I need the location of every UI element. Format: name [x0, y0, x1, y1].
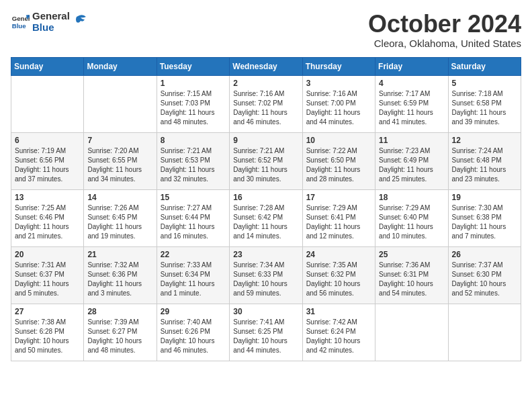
calendar-cell: 12Sunrise: 7:24 AM Sunset: 6:48 PM Dayli…	[448, 132, 521, 189]
calendar-cell: 9Sunrise: 7:21 AM Sunset: 6:52 PM Daylig…	[230, 132, 302, 189]
calendar-cell: 18Sunrise: 7:29 AM Sunset: 6:40 PM Dayli…	[375, 189, 448, 246]
day-number: 22	[161, 250, 226, 259]
day-content: Sunrise: 7:32 AM Sunset: 6:36 PM Dayligh…	[87, 261, 152, 298]
day-number: 13	[15, 193, 80, 202]
day-content: Sunrise: 7:34 AM Sunset: 6:33 PM Dayligh…	[233, 261, 298, 298]
calendar-cell: 17Sunrise: 7:29 AM Sunset: 6:41 PM Dayli…	[302, 189, 375, 246]
logo-icon: General Blue	[11, 13, 30, 32]
day-content: Sunrise: 7:21 AM Sunset: 6:53 PM Dayligh…	[161, 146, 226, 184]
day-number: 2	[233, 79, 298, 88]
day-number: 25	[379, 250, 444, 259]
day-number: 12	[452, 136, 517, 145]
logo-general-text: General	[32, 11, 70, 22]
calendar-week-row: 1Sunrise: 7:15 AM Sunset: 7:03 PM Daylig…	[11, 75, 521, 132]
day-content: Sunrise: 7:39 AM Sunset: 6:27 PM Dayligh…	[87, 318, 152, 355]
day-number: 21	[87, 250, 152, 259]
calendar-cell: 29Sunrise: 7:40 AM Sunset: 6:26 PM Dayli…	[157, 304, 229, 361]
day-content: Sunrise: 7:28 AM Sunset: 6:42 PM Dayligh…	[233, 203, 298, 241]
calendar-cell: 25Sunrise: 7:36 AM Sunset: 6:31 PM Dayli…	[375, 246, 448, 304]
day-number: 4	[379, 79, 444, 88]
day-number: 14	[87, 193, 152, 202]
day-content: Sunrise: 7:23 AM Sunset: 6:49 PM Dayligh…	[379, 146, 444, 184]
day-number: 28	[87, 307, 152, 316]
header-monday: Monday	[84, 57, 157, 75]
day-number: 30	[233, 307, 298, 316]
day-number: 23	[233, 250, 298, 259]
header-thursday: Thursday	[302, 57, 375, 75]
calendar-cell	[448, 304, 521, 361]
day-number: 6	[15, 136, 80, 145]
day-number: 27	[15, 307, 80, 316]
day-number: 11	[379, 136, 444, 145]
calendar-cell: 16Sunrise: 7:28 AM Sunset: 6:42 PM Dayli…	[230, 189, 302, 246]
calendar-cell: 24Sunrise: 7:35 AM Sunset: 6:32 PM Dayli…	[302, 246, 375, 304]
day-number: 29	[161, 307, 226, 316]
day-number: 26	[452, 250, 517, 259]
day-content: Sunrise: 7:19 AM Sunset: 6:56 PM Dayligh…	[15, 146, 80, 184]
header-saturday: Saturday	[448, 57, 521, 75]
calendar-cell: 30Sunrise: 7:41 AM Sunset: 6:25 PM Dayli…	[230, 304, 302, 361]
day-number: 7	[87, 136, 152, 145]
logo-bird-icon	[74, 14, 86, 28]
day-content: Sunrise: 7:35 AM Sunset: 6:32 PM Dayligh…	[306, 261, 371, 298]
day-number: 10	[306, 136, 371, 145]
header-wednesday: Wednesday	[230, 57, 302, 75]
calendar-cell: 22Sunrise: 7:33 AM Sunset: 6:34 PM Dayli…	[157, 246, 229, 304]
calendar-cell: 28Sunrise: 7:39 AM Sunset: 6:27 PM Dayli…	[84, 304, 157, 361]
day-content: Sunrise: 7:41 AM Sunset: 6:25 PM Dayligh…	[233, 318, 298, 355]
calendar-week-row: 6Sunrise: 7:19 AM Sunset: 6:56 PM Daylig…	[11, 132, 521, 189]
calendar-cell: 26Sunrise: 7:37 AM Sunset: 6:30 PM Dayli…	[448, 246, 521, 304]
day-content: Sunrise: 7:38 AM Sunset: 6:28 PM Dayligh…	[15, 318, 80, 355]
calendar-cell: 10Sunrise: 7:22 AM Sunset: 6:50 PM Dayli…	[302, 132, 375, 189]
day-number: 15	[161, 193, 226, 202]
day-content: Sunrise: 7:15 AM Sunset: 7:03 PM Dayligh…	[161, 89, 226, 127]
day-number: 17	[306, 193, 371, 202]
day-number: 19	[452, 193, 517, 202]
calendar-cell: 14Sunrise: 7:26 AM Sunset: 6:45 PM Dayli…	[84, 189, 157, 246]
day-number: 31	[306, 307, 371, 316]
day-content: Sunrise: 7:25 AM Sunset: 6:46 PM Dayligh…	[15, 203, 80, 241]
day-number: 3	[306, 79, 371, 88]
day-content: Sunrise: 7:29 AM Sunset: 6:41 PM Dayligh…	[306, 203, 371, 241]
header-tuesday: Tuesday	[157, 57, 229, 75]
day-content: Sunrise: 7:37 AM Sunset: 6:30 PM Dayligh…	[452, 261, 517, 298]
day-content: Sunrise: 7:16 AM Sunset: 7:02 PM Dayligh…	[233, 89, 298, 127]
calendar-cell: 20Sunrise: 7:31 AM Sunset: 6:37 PM Dayli…	[11, 246, 84, 304]
calendar-cell: 27Sunrise: 7:38 AM Sunset: 6:28 PM Dayli…	[11, 304, 84, 361]
calendar-cell: 8Sunrise: 7:21 AM Sunset: 6:53 PM Daylig…	[157, 132, 229, 189]
day-content: Sunrise: 7:18 AM Sunset: 6:58 PM Dayligh…	[452, 89, 517, 127]
svg-text:Blue: Blue	[12, 21, 26, 29]
calendar-header-row: SundayMondayTuesdayWednesdayThursdayFrid…	[11, 57, 521, 75]
day-content: Sunrise: 7:42 AM Sunset: 6:24 PM Dayligh…	[306, 318, 371, 355]
calendar-week-row: 20Sunrise: 7:31 AM Sunset: 6:37 PM Dayli…	[11, 246, 521, 304]
calendar-week-row: 13Sunrise: 7:25 AM Sunset: 6:46 PM Dayli…	[11, 189, 521, 246]
logo: General Blue General Blue	[11, 11, 86, 33]
day-content: Sunrise: 7:40 AM Sunset: 6:26 PM Dayligh…	[161, 318, 226, 355]
day-number: 9	[233, 136, 298, 145]
day-number: 18	[379, 193, 444, 202]
day-content: Sunrise: 7:27 AM Sunset: 6:44 PM Dayligh…	[161, 203, 226, 241]
calendar-cell: 2Sunrise: 7:16 AM Sunset: 7:02 PM Daylig…	[230, 75, 302, 132]
logo-blue-text: Blue	[32, 22, 70, 34]
day-content: Sunrise: 7:36 AM Sunset: 6:31 PM Dayligh…	[379, 261, 444, 298]
day-content: Sunrise: 7:16 AM Sunset: 7:00 PM Dayligh…	[306, 89, 371, 127]
calendar-cell	[11, 75, 84, 132]
day-content: Sunrise: 7:30 AM Sunset: 6:38 PM Dayligh…	[452, 203, 517, 241]
day-number: 1	[161, 79, 226, 88]
calendar-cell	[375, 304, 448, 361]
page-header: General Blue General Blue October 2024 C…	[11, 11, 521, 49]
day-number: 16	[233, 193, 298, 202]
calendar-table: SundayMondayTuesdayWednesdayThursdayFrid…	[11, 57, 521, 361]
day-content: Sunrise: 7:26 AM Sunset: 6:45 PM Dayligh…	[87, 203, 152, 241]
month-year-title: October 2024	[368, 11, 521, 38]
calendar-cell: 3Sunrise: 7:16 AM Sunset: 7:00 PM Daylig…	[302, 75, 375, 132]
calendar-cell: 13Sunrise: 7:25 AM Sunset: 6:46 PM Dayli…	[11, 189, 84, 246]
day-number: 20	[15, 250, 80, 259]
day-content: Sunrise: 7:29 AM Sunset: 6:40 PM Dayligh…	[379, 203, 444, 241]
calendar-cell: 5Sunrise: 7:18 AM Sunset: 6:58 PM Daylig…	[448, 75, 521, 132]
header-friday: Friday	[375, 57, 448, 75]
day-number: 24	[306, 250, 371, 259]
day-content: Sunrise: 7:31 AM Sunset: 6:37 PM Dayligh…	[15, 261, 80, 298]
calendar-cell: 21Sunrise: 7:32 AM Sunset: 6:36 PM Dayli…	[84, 246, 157, 304]
calendar-cell: 11Sunrise: 7:23 AM Sunset: 6:49 PM Dayli…	[375, 132, 448, 189]
